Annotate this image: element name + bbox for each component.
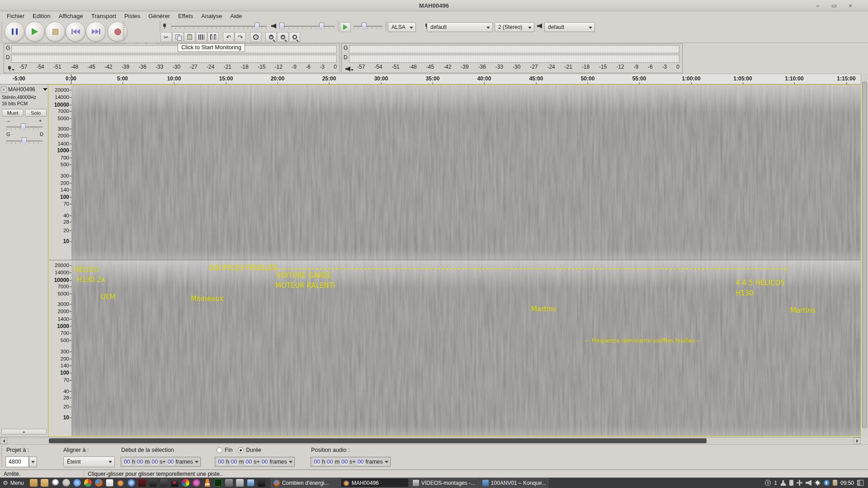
record-volume-slider[interactable] bbox=[171, 23, 267, 30]
selection-end-radio[interactable] bbox=[217, 447, 222, 453]
undo-button[interactable]: ↶ bbox=[223, 32, 234, 42]
record-channels-select[interactable]: 2 (Stereo) bbox=[495, 22, 534, 32]
network-icon[interactable] bbox=[797, 480, 802, 486]
zoom-out-button[interactable]: − bbox=[277, 32, 288, 42]
record-device-select[interactable]: default bbox=[427, 22, 493, 32]
horizontal-scroll-thumb[interactable] bbox=[49, 438, 707, 443]
menu-item[interactable]: Affichage bbox=[55, 12, 87, 20]
folder-alt-icon[interactable] bbox=[41, 479, 48, 487]
toolbar-grip[interactable] bbox=[337, 22, 339, 31]
track-collapse-button[interactable]: ▲ bbox=[1, 429, 47, 435]
stop-button[interactable] bbox=[45, 22, 65, 42]
sync-lock-button[interactable] bbox=[250, 32, 261, 42]
mute-button[interactable]: Muet bbox=[2, 109, 24, 117]
games-icon[interactable] bbox=[52, 479, 59, 487]
timeline-ruler[interactable]: -5:000:005:0010:0015:0020:0025:0030:0035… bbox=[0, 74, 861, 84]
close-button[interactable]: × bbox=[845, 1, 855, 9]
silence-audio-button[interactable] bbox=[208, 32, 219, 42]
updates-icon[interactable] bbox=[824, 480, 830, 486]
system-monitor-icon[interactable] bbox=[214, 479, 222, 487]
copy-button[interactable] bbox=[172, 32, 184, 42]
menu-item[interactable]: Pistes bbox=[120, 12, 144, 20]
play-at-speed-button[interactable] bbox=[340, 22, 351, 32]
menu-item[interactable]: Edition bbox=[28, 12, 55, 20]
task-button[interactable]: Combien d'énergi... bbox=[271, 478, 340, 488]
calculator-icon[interactable] bbox=[236, 479, 244, 487]
krita-icon[interactable] bbox=[193, 479, 200, 487]
horizontal-scrollbar[interactable] bbox=[0, 437, 861, 444]
meter-dropdown-icon[interactable] bbox=[12, 69, 14, 71]
solo-button[interactable]: Solo bbox=[25, 109, 47, 117]
speaker-app-icon[interactable] bbox=[149, 479, 157, 487]
zoom-selection-button[interactable] bbox=[289, 32, 300, 42]
recording-meter[interactable]: G D -57-54-51-48-45-42-39-36-33-30-27-24… bbox=[4, 43, 340, 73]
snap-select[interactable]: Éteint bbox=[63, 456, 115, 467]
maximize-button[interactable]: ▭ bbox=[829, 1, 839, 9]
notifications-icon[interactable]: 0 bbox=[765, 480, 771, 486]
frequency-ruler-channel-2[interactable]: 2000014000100007000500030002000140010007… bbox=[49, 260, 71, 436]
user-icon[interactable] bbox=[780, 480, 786, 486]
volume-icon[interactable] bbox=[806, 480, 811, 486]
selection-start-time[interactable]: 00h 00m 00s+ 00frames bbox=[121, 457, 201, 467]
skip-end-button[interactable] bbox=[86, 22, 106, 42]
audacity-icon[interactable] bbox=[117, 479, 124, 487]
toolbar-grip[interactable] bbox=[1, 446, 3, 468]
pan-slider[interactable] bbox=[6, 137, 42, 145]
meter-dropdown-icon[interactable] bbox=[351, 69, 354, 71]
image-viewer-icon[interactable] bbox=[160, 479, 168, 487]
spectrogram-channel-1[interactable] bbox=[71, 85, 861, 260]
clock-label[interactable]: 09:50 bbox=[840, 480, 854, 486]
media-player-icon[interactable] bbox=[127, 479, 135, 487]
play-button[interactable] bbox=[25, 22, 45, 42]
display-icon[interactable] bbox=[247, 479, 255, 487]
task-button[interactable]: 100ANV01 – Konque... bbox=[480, 478, 548, 488]
project-rate-dropdown-icon[interactable] bbox=[29, 456, 37, 467]
phone-icon[interactable] bbox=[789, 480, 793, 486]
vertical-scroll-thumb[interactable] bbox=[862, 82, 867, 428]
monitoring-tooltip[interactable]: Click to Start Monitoring bbox=[178, 43, 245, 52]
tools-icon[interactable] bbox=[225, 479, 233, 487]
menu-item[interactable]: Effets bbox=[174, 12, 197, 20]
scroll-left-icon[interactable] bbox=[0, 437, 7, 444]
frequency-ruler-channel-1[interactable]: 2000014000100007000500030002000140010007… bbox=[49, 85, 71, 260]
trim-audio-button[interactable] bbox=[196, 32, 207, 42]
toolbar-grip[interactable] bbox=[159, 22, 161, 31]
track-menu-dropdown-icon[interactable] bbox=[43, 88, 47, 91]
skip-start-button[interactable] bbox=[66, 22, 85, 42]
task-button[interactable]: MAH00496 bbox=[340, 478, 409, 488]
clipboard-icon[interactable] bbox=[833, 480, 837, 486]
gimp-icon[interactable] bbox=[62, 479, 70, 487]
chromium-icon[interactable] bbox=[73, 479, 81, 487]
project-rate-input[interactable]: 4800 bbox=[5, 456, 29, 467]
redo-button[interactable]: ↷ bbox=[235, 32, 246, 42]
play-volume-slider[interactable] bbox=[279, 23, 335, 30]
video-editor-icon[interactable] bbox=[138, 479, 146, 487]
vlc-icon[interactable] bbox=[203, 479, 211, 487]
color-wheel-icon[interactable] bbox=[182, 479, 189, 487]
audio-host-select[interactable]: ALSA bbox=[388, 22, 416, 32]
menu-item[interactable]: Analyse bbox=[197, 12, 226, 20]
firefox-icon[interactable] bbox=[95, 479, 103, 487]
playback-meter[interactable]: G D -57-54-51-48-45-42-39-36-33-30-27-24… bbox=[341, 43, 683, 73]
menu-button[interactable]: ⚙ Menu bbox=[0, 478, 28, 488]
paste-button[interactable] bbox=[184, 32, 195, 42]
chrome-icon[interactable] bbox=[84, 479, 92, 487]
brightness-icon[interactable] bbox=[815, 480, 821, 486]
selection-length-radio[interactable] bbox=[238, 447, 244, 453]
screenshot-icon[interactable] bbox=[171, 479, 179, 487]
menu-item[interactable]: Aide bbox=[226, 12, 246, 20]
minimize-button[interactable]: – bbox=[813, 1, 823, 9]
text-editor-icon[interactable] bbox=[106, 479, 113, 487]
playback-speed-slider[interactable] bbox=[354, 23, 382, 30]
folder-icon[interactable] bbox=[30, 479, 38, 487]
cut-button[interactable]: ✂ bbox=[160, 32, 172, 42]
task-button[interactable]: VIDEOS-montages -... bbox=[410, 478, 479, 488]
gain-slider[interactable] bbox=[6, 123, 42, 131]
vertical-scrollbar[interactable] bbox=[861, 74, 868, 437]
pause-button[interactable] bbox=[5, 22, 24, 42]
camera-icon[interactable] bbox=[258, 479, 265, 487]
menu-item[interactable]: Transport bbox=[87, 12, 120, 20]
selection-length-time[interactable]: 00h 00m 00s+ 00frames bbox=[215, 457, 295, 467]
track-name[interactable]: MAH00496 bbox=[8, 86, 43, 93]
menu-item[interactable]: Générer bbox=[144, 12, 174, 20]
